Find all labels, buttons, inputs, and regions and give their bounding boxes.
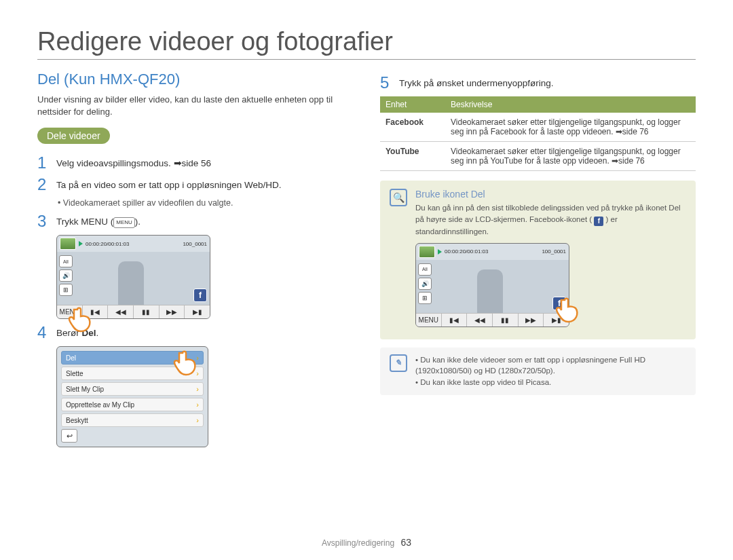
step-3-post: ). (135, 217, 140, 227)
table-row: Facebook Videokameraet søker etter tilgj… (380, 113, 696, 142)
step-number: 1 (37, 155, 50, 171)
silhouette-graphic (477, 269, 503, 313)
forward-button: ▶▶ (519, 314, 544, 326)
step-text: Trykk på ønsket undermenyoppføring. (399, 77, 554, 91)
step-number: 2 (37, 176, 50, 193)
page-footer: Avspilling/redigering 63 (0, 537, 733, 548)
clip-id: 100_0001 (542, 248, 566, 255)
step-2-bullet: Videokameraet spiller av videofilen du v… (58, 198, 353, 208)
tap-hand-icon (68, 305, 96, 338)
tap-hand-icon (173, 349, 202, 381)
thumbnail-icon (419, 246, 435, 258)
step-number: 3 (37, 213, 50, 229)
facebook-chip-icon: f (594, 217, 603, 226)
note-icon: ✎ (390, 354, 407, 372)
unit-table: Enhet Beskrivelse Facebook Videokameraet… (380, 96, 696, 171)
volume-icon: 🔊 (59, 269, 73, 282)
playback-time: 00:00:20/00:01:03 (445, 248, 489, 255)
facebook-icon: f (193, 288, 207, 302)
step-number: 4 (37, 324, 50, 341)
grid-icon: ⊞ (59, 284, 73, 296)
cell-facebook: Facebook (380, 113, 445, 142)
step-3: 3 Trykk MENU (MENU). (37, 213, 353, 229)
forward-button: ▶▶ (159, 305, 185, 318)
step-3-pre: Trykk MENU ( (56, 217, 113, 227)
next-button: ▶▮ (185, 305, 210, 318)
subsection-pill: Dele videoer (37, 128, 110, 144)
back-icon: ↩ (61, 429, 77, 443)
play-icon (79, 241, 83, 246)
menu-chip-icon: MENU (113, 217, 135, 227)
note-2: • Du kan ikke laste opp video til Picasa… (415, 377, 686, 388)
pause-button: ▮▮ (134, 305, 159, 318)
info-body: Du kan gå inn på den sist tilkoblede del… (415, 202, 686, 238)
section-heading: Del (Kun HMX-QF20) (37, 71, 353, 88)
step-number: 5 (380, 75, 392, 91)
step-1: 1 Velg videoavspillingsmodus. ➡side 56 (37, 155, 353, 171)
info-box: 🔍 Bruke ikonet Del Du kan gå inn på den … (380, 181, 696, 339)
step-5: 5 Trykk på ønsket undermenyoppføring. (380, 75, 696, 91)
grid-icon: ⊞ (418, 292, 432, 304)
note-1: • Du kan ikke dele videoer som er tatt o… (415, 354, 686, 377)
step-text: Velg videoavspillingsmodus. ➡side 56 (56, 157, 211, 171)
menu-item-slett-my-clip: Slett My Clip› (61, 382, 204, 396)
menu-item-opprettelse: Opprettelse av My Clip› (61, 398, 204, 411)
volume-icon: 🔊 (418, 278, 432, 290)
silhouette-graphic (118, 261, 144, 305)
thumbnail-icon (60, 238, 76, 250)
info-heading: Bruke ikonet Del (415, 189, 686, 200)
table-header-beskrivelse: Beskrivelse (445, 96, 696, 113)
menu-button: MENU (416, 314, 442, 326)
all-chip: All (59, 255, 73, 267)
step-text: Trykk MENU (MENU). (56, 216, 140, 229)
magnifier-icon: 🔍 (390, 189, 407, 206)
playback-bar: MENU ▮◀ ◀◀ ▮▮ ▶▶ ▶▮ (416, 313, 569, 326)
step-4-post: . (96, 328, 99, 338)
rewind-button: ◀◀ (108, 305, 134, 318)
table-row: YouTube Videokameraet søker etter tilgje… (380, 142, 696, 171)
pause-button: ▮▮ (493, 314, 519, 326)
prev-button: ▮◀ (442, 314, 468, 326)
clip-id: 100_0001 (183, 241, 207, 247)
table-header-enhet: Enhet (380, 96, 445, 113)
play-icon (438, 249, 442, 255)
intro-text: Under visning av bilder eller video, kan… (37, 94, 353, 118)
page-title: Redigere videoer og fotografier (37, 27, 696, 60)
cell-youtube: YouTube (380, 142, 445, 171)
step-2: 2 Ta på en video som er tatt opp i opplø… (37, 176, 353, 193)
rewind-button: ◀◀ (467, 314, 493, 326)
playback-time: 00:00:20/00:01:03 (86, 241, 130, 247)
all-chip: All (418, 263, 432, 276)
page-number: 63 (400, 537, 411, 548)
footer-section: Avspilling/redigering (322, 538, 394, 548)
menu-item-beskytt: Beskytt› (61, 413, 204, 427)
cell-facebook-desc: Videokameraet søker etter tilgjengelige … (445, 113, 696, 142)
step-text: Ta på en video som er tatt opp i oppløsn… (56, 179, 281, 193)
note-box: ✎ • Du kan ikke dele videoer som er tatt… (380, 348, 696, 395)
tap-hand-icon (555, 296, 584, 329)
camera-preview: 00:00:20/00:01:03 100_0001 All 🔊 ⊞ (415, 243, 569, 327)
cell-youtube-desc: Videokameraet søker etter tilgjengelige … (445, 142, 696, 171)
